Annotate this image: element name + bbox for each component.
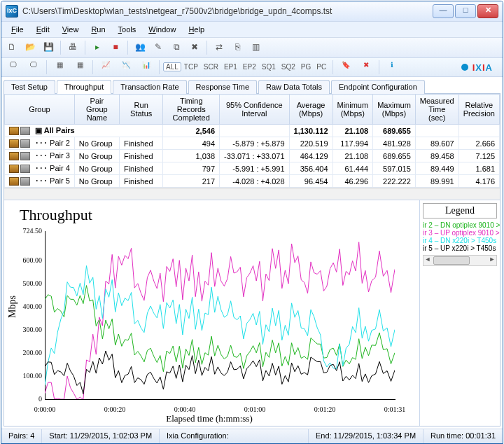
brand: IXIA	[461, 62, 500, 73]
monitor2-icon[interactable]: 🖵	[24, 60, 43, 75]
column-header[interactable]: Minimum(Mbps)	[332, 95, 373, 125]
column-header[interactable]: 95% ConfidenceInterval	[220, 95, 290, 125]
series-line	[45, 286, 395, 372]
summary-row[interactable]: ▣ All Pairs2,5461,130.11221.108689.655	[5, 125, 500, 137]
chart-y-tick: 0	[14, 395, 42, 403]
menubar: FileEditViewRunToolsWindowHelp	[1, 22, 503, 38]
edit-pair-icon[interactable]: ✎	[150, 40, 166, 55]
filter-chip-tcp[interactable]: TCP	[181, 62, 201, 72]
chart-plot: Mbps Elapsed time (h:mm:ss) 0100.00200.0…	[7, 227, 412, 423]
run-icon[interactable]: ▸	[90, 40, 105, 55]
statusbar: Pairs: 4 Start: 11/29/2015, 1:02:03 PM I…	[1, 429, 503, 443]
toolbar-main: 🗋 📂 💾 🖶 ▸ ■ 👥 ✎ ⧉ ✖ ⇄ ⎘ ▥	[1, 38, 503, 58]
chart-y-tick: 100.00	[14, 372, 42, 380]
menu-window[interactable]: Window	[143, 24, 181, 35]
status-pairs: Pairs: 4	[1, 429, 42, 443]
table-row[interactable]: ･･･ Pair 5No GroupFinished217-4.028 : +4…	[5, 175, 500, 188]
filter-chip-all[interactable]: ALL	[163, 62, 181, 71]
app-icon: IxC	[6, 5, 18, 18]
status-config: Ixia Configuration:	[160, 429, 309, 443]
chart-x-label: Elapsed time (h:mm:ss)	[7, 413, 412, 424]
tab-endpoint-configuration[interactable]: Endpoint Configuration	[331, 80, 425, 94]
legend-item[interactable]: ir 4 – DN x220i > T450s	[423, 237, 500, 244]
menu-run[interactable]: Run	[85, 24, 111, 35]
series-line	[45, 351, 395, 394]
tag-icon[interactable]: 🔖	[337, 60, 355, 75]
column-header[interactable]: Group	[5, 95, 75, 125]
stop-icon[interactable]: ■	[108, 40, 123, 55]
column-header[interactable]: Timing RecordsCompleted	[163, 95, 220, 125]
legend-item[interactable]: ir 5 – UP x220i > T450s	[423, 244, 500, 252]
table-row[interactable]: ･･･ Pair 3No GroupFinished1,038-33.071 :…	[5, 150, 500, 162]
column-header[interactable]: Pair GroupName	[74, 95, 119, 125]
menu-file[interactable]: File	[6, 24, 29, 35]
menu-view[interactable]: View	[57, 24, 85, 35]
filter-chip-scr[interactable]: SCR	[201, 62, 221, 72]
group-icon[interactable]: ▥	[248, 40, 263, 55]
scroll-thumb[interactable]	[433, 256, 470, 265]
chart1-icon[interactable]: 📈	[97, 60, 115, 75]
chart-x-tick: 0:00:20	[104, 405, 126, 413]
column-header[interactable]: Run Status	[119, 95, 162, 125]
clone-icon[interactable]: ⎘	[230, 40, 245, 55]
menu-tools[interactable]: Tools	[113, 24, 142, 35]
brand-text: IXIA	[472, 62, 493, 73]
delete-pair-icon[interactable]: ✖	[187, 40, 202, 55]
new-icon[interactable]: 🗋	[4, 40, 20, 55]
net1-icon[interactable]: ▦	[50, 60, 69, 75]
chart2-icon[interactable]: 📉	[117, 60, 135, 75]
grid-horizontal-scrollbar[interactable]	[4, 188, 500, 200]
filter-chip-sq2[interactable]: SQ2	[279, 62, 298, 72]
tab-transaction-rate[interactable]: Transaction Rate	[113, 80, 186, 94]
tab-bar: Test SetupThroughputTransaction RateResp…	[4, 79, 500, 94]
filter-chip-ep1[interactable]: EP1	[221, 62, 240, 72]
toolbar-filter: 🖵 🖵 ▦ ▦ 📈 📉 📊 ALLTCPSCREP1EP2SQ1SQ2PGPC …	[1, 58, 503, 77]
status-end: End: 11/29/2015, 1:03:34 PM	[309, 429, 424, 443]
tab-test-setup[interactable]: Test Setup	[4, 80, 55, 94]
legend-horizontal-scrollbar[interactable]: ◄ ►	[423, 255, 497, 266]
status-runtime: Run time: 00:01:31	[424, 429, 503, 443]
chart-x-tick: 0:00:40	[174, 405, 196, 413]
chart3-icon[interactable]: 📊	[137, 60, 155, 75]
cross-icon[interactable]: ✖	[357, 60, 375, 75]
open-icon[interactable]: 📂	[22, 40, 38, 55]
net2-icon[interactable]: ▦	[71, 60, 89, 75]
maximize-button[interactable]: □	[455, 4, 476, 18]
print-icon[interactable]: 🖶	[65, 40, 80, 55]
filter-chip-pg[interactable]: PG	[298, 62, 314, 72]
scroll-left-icon[interactable]: ◄	[424, 256, 432, 264]
minimize-button[interactable]: —	[433, 4, 454, 18]
scroll-right-icon[interactable]: ►	[488, 256, 496, 264]
chart-y-tick: 724.50	[14, 227, 42, 235]
monitor1-icon[interactable]: 🖵	[4, 60, 22, 75]
tab-throughput[interactable]: Throughput	[57, 80, 111, 94]
column-header[interactable]: Maximum(Mbps)	[373, 95, 416, 125]
results-grid: GroupPair GroupNameRun StatusTiming Reco…	[4, 94, 500, 188]
chart-x-tick: 0:01:00	[244, 405, 266, 413]
table-row[interactable]: ･･･ Pair 4No GroupFinished797-5.991 : +5…	[5, 162, 500, 175]
column-header[interactable]: MeasuredTime(sec)	[415, 95, 458, 125]
chart-y-tick: 600.00	[14, 256, 42, 264]
filter-chip-sq1[interactable]: SQ1	[259, 62, 279, 72]
filter-chip-pc[interactable]: PC	[314, 62, 329, 72]
save-icon[interactable]: 💾	[41, 40, 56, 55]
add-pair-icon[interactable]: 👥	[132, 40, 148, 55]
chart-y-tick: 300.00	[14, 326, 42, 333]
tab-raw-data-totals[interactable]: Raw Data Totals	[258, 80, 330, 94]
chart-x-tick: 0:01:20	[314, 405, 336, 413]
info-icon[interactable]: ℹ	[383, 60, 401, 75]
menu-help[interactable]: Help	[183, 24, 210, 35]
table-row[interactable]: ･･･ Pair 2No GroupFinished494-5.879 : +5…	[5, 137, 500, 150]
swap-icon[interactable]: ⇄	[211, 40, 227, 55]
legend-item[interactable]: ir 2 – DN optiplex 9010 > op	[423, 221, 500, 229]
column-header[interactable]: RelativePrecision	[458, 95, 499, 125]
legend-title: Legend	[423, 203, 497, 218]
legend-item[interactable]: ir 3 – UP optiplex 9010 > op	[423, 229, 500, 237]
close-button[interactable]: ✕	[477, 4, 498, 18]
filter-chip-ep2[interactable]: EP2	[240, 62, 259, 72]
tab-response-time[interactable]: Response Time	[188, 80, 257, 94]
column-header[interactable]: Average(Mbps)	[289, 95, 332, 125]
copy-pair-icon[interactable]: ⧉	[169, 40, 184, 55]
tab-panel: GroupPair GroupNameRun StatusTiming Reco…	[4, 94, 500, 426]
menu-edit[interactable]: Edit	[31, 24, 55, 35]
